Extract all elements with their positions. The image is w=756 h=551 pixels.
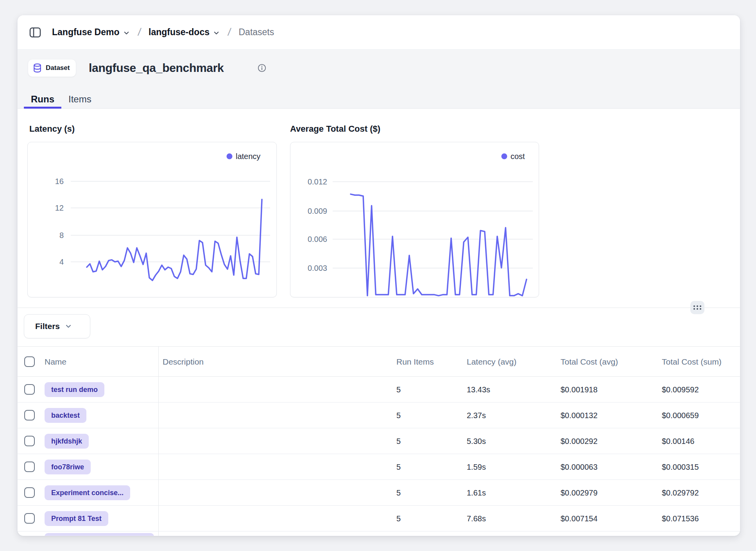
- run-name-label: Prompt 81 Test: [51, 515, 102, 523]
- cell-total-cost-sum: $0.071536: [662, 506, 699, 531]
- dataset-type-badge: Dataset: [28, 59, 76, 77]
- run-name-badge[interactable]: backtest: [45, 408, 86, 423]
- run-name-badge[interactable]: foo78riwe: [45, 460, 91, 474]
- run-name-badge[interactable]: Prompt 81 Test: [45, 511, 108, 526]
- table-row: Prompt 81 Test 5 7.68s $0.007154 $0.0715…: [18, 506, 740, 531]
- row-checkbox[interactable]: [24, 487, 35, 498]
- runs-table: Name Description Run Items Latency (avg)…: [18, 346, 740, 536]
- run-name-badge[interactable]: hjkfdshjk: [45, 434, 89, 449]
- run-name-label: foo78riwe: [51, 463, 84, 471]
- resize-drag-handle[interactable]: [690, 301, 704, 314]
- run-name-badge[interactable]: [45, 533, 154, 536]
- database-icon: [33, 63, 42, 73]
- table-row: Experiment concise... 5 1.61s $0.002979 …: [18, 480, 740, 506]
- cell-total-cost-sum: $0.029792: [662, 480, 699, 506]
- cell-total-cost-avg: $0.000063: [561, 454, 598, 480]
- tab-bar: Runs Items: [24, 90, 99, 108]
- panel-left-icon: [29, 27, 41, 38]
- column-header-total-cost-sum: Total Cost (sum): [662, 347, 722, 377]
- cost-chart-card: 0.012 0.009 0.006 0.003 cost: [290, 142, 539, 297]
- cell-total-cost-sum: $0.00146: [662, 428, 694, 454]
- svg-text:0.003: 0.003: [308, 264, 327, 272]
- cell-latency-avg: 2.37s: [467, 403, 486, 428]
- cell-total-cost-sum: $0.000315: [662, 454, 699, 480]
- svg-text:0.006: 0.006: [308, 235, 327, 243]
- breadcrumb-bar: Langfuse Demo / langfuse-docs / Datasets: [18, 15, 740, 50]
- breadcrumb-separator: /: [225, 26, 234, 38]
- dataset-badge-label: Dataset: [46, 64, 70, 72]
- cell-total-cost-avg: $0.000132: [561, 403, 598, 428]
- legend-dot-latency: [227, 154, 233, 159]
- cell-total-cost-avg: $0.002979: [561, 480, 598, 506]
- row-checkbox[interactable]: [24, 462, 35, 472]
- svg-text:16: 16: [55, 177, 64, 186]
- legend-label-cost: cost: [511, 152, 525, 161]
- cell-total-cost-avg: $0.000292: [561, 428, 598, 454]
- cell-run-items: 5: [396, 377, 401, 403]
- column-header-total-cost-avg: Total Cost (avg): [561, 347, 618, 377]
- breadcrumb-item[interactable]: langfuse-docs: [149, 27, 220, 38]
- row-checkbox[interactable]: [24, 513, 35, 524]
- svg-text:12: 12: [55, 204, 64, 212]
- breadcrumb-item-label: langfuse-docs: [149, 27, 210, 38]
- sidebar-toggle-button[interactable]: [29, 26, 42, 39]
- chevron-down-icon: [123, 29, 130, 37]
- cell-latency-avg: 1.61s: [467, 480, 486, 506]
- cost-chart-title: Average Total Cost ($): [290, 124, 380, 134]
- tab-runs[interactable]: Runs: [24, 90, 61, 108]
- breadcrumb-section[interactable]: Datasets: [238, 27, 274, 38]
- table-row: hjkfdshjk 5 5.30s $0.000292 $0.00146: [18, 428, 740, 454]
- breadcrumb: Langfuse Demo / langfuse-docs / Datasets: [52, 26, 274, 38]
- tab-items[interactable]: Items: [61, 90, 99, 108]
- column-header-name: Name: [45, 347, 66, 377]
- table-header-row: Name Description Run Items Latency (avg)…: [18, 347, 740, 377]
- select-all-checkbox[interactable]: [24, 356, 35, 367]
- filters-button[interactable]: Filters: [24, 314, 90, 338]
- column-header-description: Description: [163, 347, 204, 377]
- cell-run-items: 5: [396, 428, 401, 454]
- breadcrumb-separator: /: [134, 26, 144, 38]
- cell-latency-avg: 5.30s: [467, 428, 486, 454]
- run-name-label: test run demo: [51, 386, 98, 394]
- section-divider: [18, 308, 740, 308]
- column-header-run-items: Run Items: [396, 347, 434, 377]
- legend-dot-cost: [502, 154, 507, 159]
- row-checkbox[interactable]: [24, 436, 35, 446]
- latency-chart-card: 16 12 8 4 latency: [27, 142, 277, 297]
- page-title: langfuse_qa_benchmark: [89, 59, 224, 77]
- filters-button-label: Filters: [35, 322, 60, 331]
- row-checkbox[interactable]: [24, 410, 35, 420]
- table-row: foo78riwe 5 1.59s $0.000063 $0.000315: [18, 454, 740, 480]
- breadcrumb-project-label: Langfuse Demo: [52, 27, 120, 38]
- table-row-partial: [18, 531, 740, 536]
- svg-text:0.009: 0.009: [308, 207, 327, 215]
- row-checkbox[interactable]: [24, 384, 35, 395]
- run-name-label: hjkfdshjk: [51, 437, 82, 445]
- chevron-down-icon: [213, 29, 220, 37]
- page-header: Dataset langfuse_qa_benchmark Runs Items: [18, 50, 740, 109]
- cell-run-items: 5: [396, 403, 401, 428]
- svg-text:0.012: 0.012: [308, 177, 327, 186]
- cell-run-items: 5: [396, 506, 401, 531]
- run-name-badge[interactable]: test run demo: [45, 382, 104, 397]
- table-row: backtest 5 2.37s $0.000132 $0.000659: [18, 403, 740, 428]
- run-name-label: Experiment concise...: [51, 489, 124, 497]
- cell-total-cost-avg: $0.007154: [561, 506, 598, 531]
- cell-total-cost-avg: $0.001918: [561, 377, 598, 403]
- cell-total-cost-sum: $0.009592: [662, 377, 699, 403]
- column-header-latency-avg: Latency (avg): [467, 347, 516, 377]
- info-icon[interactable]: [258, 64, 266, 72]
- breadcrumb-project[interactable]: Langfuse Demo: [52, 27, 130, 38]
- run-name-badge[interactable]: Experiment concise...: [45, 485, 130, 500]
- cost-line-chart: 0.012 0.009 0.006 0.003 cost: [290, 142, 539, 297]
- latency-line-chart: 16 12 8 4 latency: [28, 142, 276, 297]
- cell-total-cost-sum: $0.000659: [662, 403, 699, 428]
- latency-chart-title: Latency (s): [29, 124, 75, 134]
- cell-latency-avg: 13.43s: [467, 377, 490, 403]
- chevron-down-icon: [64, 322, 72, 330]
- cell-latency-avg: 1.59s: [467, 454, 486, 480]
- table-row: test run demo 5 13.43s $0.001918 $0.0095…: [18, 377, 740, 403]
- svg-text:8: 8: [59, 231, 64, 240]
- legend-label-latency: latency: [236, 152, 260, 161]
- cell-run-items: 5: [396, 454, 401, 480]
